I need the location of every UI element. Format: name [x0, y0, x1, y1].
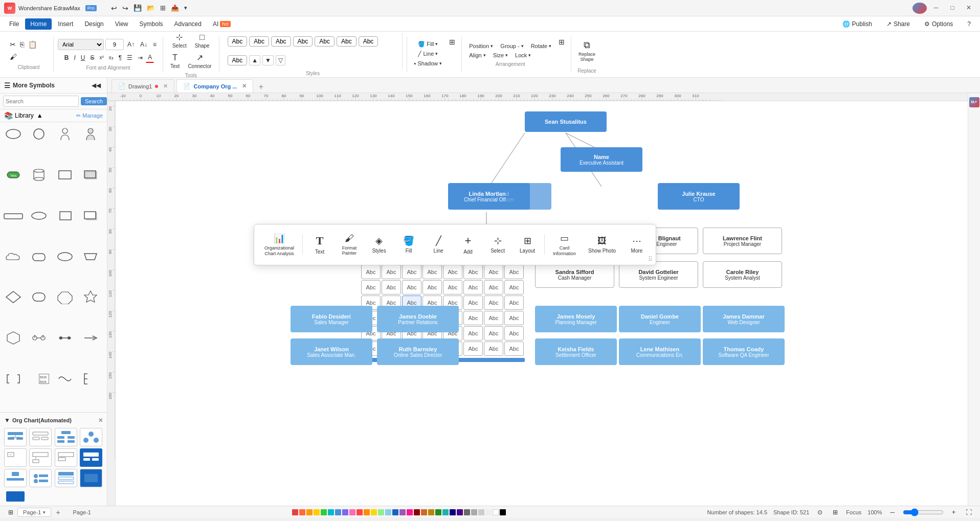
color-teal[interactable]: [328, 509, 334, 515]
style-box-1[interactable]: Abc: [228, 36, 248, 47]
close-button[interactable]: ✕: [962, 3, 976, 13]
superscript-button[interactable]: x²: [97, 54, 105, 61]
shape-bracket3[interactable]: [80, 370, 101, 388]
shape-rect2[interactable]: [55, 207, 75, 224]
color-dark-gold[interactable]: [428, 509, 434, 515]
color-red[interactable]: [292, 509, 298, 515]
color-gray[interactable]: [464, 509, 470, 515]
arrangement-expand[interactable]: ⊞: [556, 37, 567, 47]
org-panel-close[interactable]: ✕: [98, 417, 103, 424]
style-box-2[interactable]: Abc: [249, 36, 269, 47]
shape-squiggle[interactable]: [55, 370, 75, 388]
italic-button[interactable]: I: [72, 53, 77, 62]
org-node-wd[interactable]: James Dammar Web Designer: [703, 306, 785, 332]
color-near-white[interactable]: [485, 509, 492, 515]
shape-bracket2[interactable]: texttext box: [29, 370, 49, 388]
color-brown[interactable]: [421, 509, 427, 515]
template-button[interactable]: ⊞: [158, 3, 168, 13]
font-color-button[interactable]: A: [146, 53, 154, 63]
indent-button[interactable]: ⇥: [136, 53, 145, 62]
color-navy[interactable]: [450, 509, 456, 515]
export-button[interactable]: 📤: [169, 3, 181, 13]
strikethrough-button[interactable]: S: [88, 53, 96, 62]
abc-cell[interactable]: Abc: [504, 280, 524, 295]
color-light-green[interactable]: [378, 509, 384, 515]
zoom-in-button[interactable]: +: [950, 508, 957, 517]
abc-cell[interactable]: Abc: [504, 296, 524, 310]
text-tool-button[interactable]: T Text: [167, 51, 183, 71]
org-node-cm[interactable]: Sandra Sifford Cash Manager: [535, 261, 614, 288]
rotate-button[interactable]: Rotate ▾: [528, 42, 554, 50]
ct-handle[interactable]: ⠿: [648, 256, 653, 263]
org-thumb-10[interactable]: [29, 469, 52, 487]
shape-arrow[interactable]: [80, 329, 101, 347]
page-add-button[interactable]: +: [53, 508, 62, 517]
shape-tool-button[interactable]: □ Shape: [192, 31, 213, 50]
style-box-6[interactable]: Abc: [337, 36, 357, 47]
style-box-7[interactable]: Abc: [359, 36, 378, 47]
group-button[interactable]: Group - ▾: [497, 42, 526, 50]
align-btn[interactable]: Align ▾: [466, 51, 488, 59]
shape-starburst[interactable]: [80, 288, 101, 306]
color-teal2[interactable]: [442, 509, 449, 515]
org-thumb-5[interactable]: ?: [4, 448, 27, 467]
shape-rounded-rect[interactable]: [29, 248, 49, 265]
open-button[interactable]: 📂: [145, 3, 157, 13]
tab-company-org-close[interactable]: ✕: [242, 83, 247, 89]
abc-cell[interactable]: Abc: [361, 265, 381, 279]
org-node-pm[interactable]: Lawrence Flint Project Manager: [703, 228, 782, 254]
shape-rounded2[interactable]: [29, 288, 49, 306]
color-light-gray[interactable]: [471, 509, 477, 515]
replace-shape-button[interactable]: ⧉ ReplaceShape: [575, 36, 598, 66]
menu-design[interactable]: Design: [79, 18, 108, 30]
page-tab-1[interactable]: Page-1 ▾: [17, 508, 51, 517]
snap-toggle[interactable]: ⊙: [815, 508, 825, 517]
org-node-eng[interactable]: Daniel Gombe Engineer: [619, 306, 701, 332]
position-button[interactable]: Position ▾: [466, 42, 496, 50]
color-gold[interactable]: [371, 509, 377, 515]
sidebar-collapse-button[interactable]: ◀◀: [90, 81, 103, 90]
color-sky[interactable]: [385, 509, 391, 515]
tab-drawing1[interactable]: 📄 Drawing1 ✕: [112, 79, 174, 93]
options-button[interactable]: ⚙ Options: [919, 18, 958, 30]
share-button[interactable]: ↗ Share: [881, 18, 915, 30]
abc-cell[interactable]: Abc: [504, 342, 524, 356]
abc-cell[interactable]: Abc: [422, 280, 442, 295]
publish-button[interactable]: 🌐 Publish: [837, 18, 877, 30]
abc-cell[interactable]: Abc: [361, 280, 381, 295]
org-color-swatch[interactable]: [6, 491, 25, 502]
org-node-osd[interactable]: Ruth Barnsley Online Sales Director: [377, 338, 459, 365]
page-layout-button[interactable]: ⊞: [6, 508, 15, 517]
abc-cell[interactable]: Abc: [382, 265, 401, 279]
abc-cell[interactable]: Abc: [484, 265, 503, 279]
org-thumb-12[interactable]: [80, 469, 102, 487]
menu-home[interactable]: Home: [25, 18, 52, 30]
bold-button[interactable]: B: [62, 53, 71, 62]
paste-button[interactable]: 📋: [27, 39, 38, 50]
fullscreen-button[interactable]: ⛶: [964, 508, 974, 517]
color-white[interactable]: [493, 509, 499, 515]
shape-connect[interactable]: [29, 329, 49, 347]
ct-format-painter-button[interactable]: 🖌 FormatPainter: [337, 230, 362, 260]
org-node-ce[interactable]: Lene Mathisen Communications En.: [619, 338, 701, 365]
tab-company-org[interactable]: 📄 Company Org ... ✕: [176, 79, 253, 93]
format-painter-button[interactable]: 🖌: [8, 51, 18, 62]
org-node-qa[interactable]: Thomas Coady Software QA Engineer: [703, 338, 785, 365]
abc-cell[interactable]: Abc: [504, 326, 524, 341]
menu-advanced[interactable]: Advanced: [169, 18, 207, 30]
abc-cell[interactable]: Abc: [463, 326, 483, 341]
style-box-4[interactable]: Abc: [293, 36, 313, 47]
shape-rect1[interactable]: [55, 166, 75, 184]
abc-cell[interactable]: Abc: [463, 296, 483, 310]
line-button[interactable]: ╱ Line ▾: [415, 50, 441, 58]
org-node-cto[interactable]: Julie Krause CTO: [658, 183, 740, 210]
styles-scroll-down[interactable]: ▼: [262, 55, 274, 65]
color-blue[interactable]: [335, 509, 341, 515]
shape-yes-badge[interactable]: Yes: [3, 166, 24, 184]
org-thumb-3[interactable]: [55, 428, 77, 446]
shape-connector[interactable]: [55, 329, 75, 347]
abc-cell[interactable]: Abc: [443, 280, 462, 295]
org-thumb-8[interactable]: [80, 448, 102, 467]
ct-org-chart-button[interactable]: 📊 OrganizationalChart Analysis: [260, 230, 298, 260]
abc-cell[interactable]: Abc: [443, 265, 462, 279]
